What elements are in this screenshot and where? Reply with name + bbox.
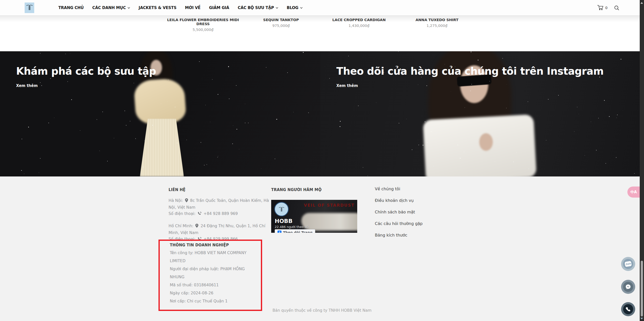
product-card: LACE CROPPED CARDIGAN 1,430,000₫	[320, 18, 398, 32]
product-grid: LEILA FLOWER EMBROIDERIES MIDI DRESS 5,5…	[164, 18, 476, 32]
product-card: LEILA FLOWER EMBROIDERIES MIDI DRESS 5,5…	[164, 18, 242, 32]
zalo-chat-button[interactable]: Zalo	[621, 257, 635, 271]
phone-icon	[197, 211, 202, 217]
logo-icon	[26, 4, 33, 12]
business-info-heading: THÔNG TIN DOANH NGHIỆP	[170, 243, 259, 247]
contact-block-hanoi: Hà Nội: 8c Trần Quốc Toản, Quận Hoàn Kiế…	[169, 198, 269, 217]
product-name-link[interactable]: LEILA FLOWER EMBROIDERIES MIDI DRESS	[164, 18, 242, 26]
link-size-chart[interactable]: Bảng kích thước	[375, 233, 423, 238]
chevron-down-icon	[276, 7, 278, 9]
see-more-link[interactable]: Xem thêm	[16, 83, 38, 88]
location-pin-icon	[195, 223, 198, 230]
promo-banners: Khám phá các bộ sưu tập Xem thêm Theo dõ…	[0, 51, 644, 176]
phone-call-icon	[626, 307, 631, 312]
copyright-text: Bản quyền thuộc về công ty TNHH HOBB Việ…	[0, 308, 644, 313]
scrollbar[interactable]	[640, 0, 644, 321]
footer: LIÊN HỆ Hà Nội: 8c Trần Quốc Toản, Quận …	[0, 176, 644, 321]
messenger-chat-button[interactable]	[621, 280, 635, 294]
search-button[interactable]	[614, 5, 619, 11]
logo-icon	[279, 206, 284, 212]
product-card: ANNA TUXEDO SHIRT 1,275,000₫	[398, 18, 476, 32]
facebook-page-widget[interactable]: VEIL OF STARDUST HOBB 22.486 người theo …	[271, 200, 357, 233]
product-price: 1,430,000₫	[320, 24, 398, 28]
nav-item-moi-ve[interactable]: MỚI VỀ	[185, 6, 200, 10]
business-representative: Người đại diện pháp luật: PHẠM HỒNG NHUN…	[170, 265, 259, 281]
fanpage-heading: TRANG NGƯỜI HÂM MỘ	[271, 188, 357, 192]
translate-icon: 中A	[630, 190, 637, 195]
location-pin-icon	[185, 198, 188, 204]
product-strip: LEILA FLOWER EMBROIDERIES MIDI DRESS 5,5…	[0, 16, 644, 51]
logo[interactable]	[25, 3, 34, 13]
footer-fanpage-column: TRANG NGƯỜI HÂM MỘ VEIL OF STARDUST HOBB…	[271, 188, 357, 233]
cart-icon	[597, 4, 603, 11]
main-nav: TRANG CHỦ CÁC DANH MỤC JACKETS & VESTS M…	[58, 0, 303, 16]
business-issue-date: Ngày cấp: 2024-08-26	[170, 289, 259, 297]
fanpage-name: HOBB	[275, 218, 293, 224]
link-faq[interactable]: Các câu hỏi thường gặp	[375, 221, 423, 226]
messenger-icon	[625, 284, 631, 290]
phone-call-button[interactable]	[621, 302, 635, 316]
cart-count: 0	[605, 6, 608, 10]
scrollbar-up-arrow[interactable]	[640, 2, 643, 4]
page: TRANG CHỦ CÁC DANH MỤC JACKETS & VESTS M…	[0, 0, 644, 321]
instagram-banner[interactable]: Theo dõi cửa hàng của chúng tôi trên Ins…	[320, 51, 644, 176]
chevron-down-icon	[300, 7, 303, 9]
product-price: 1,275,000₫	[398, 24, 476, 28]
business-info-box: THÔNG TIN DOANH NGHIỆP Tên công ty: HOBB…	[158, 240, 262, 311]
banner-title: Khám phá các bộ sưu tập	[16, 65, 156, 77]
fanpage-cover-image	[301, 213, 357, 231]
nav-item-cac-danh-muc[interactable]: CÁC DANH MỤC	[92, 6, 130, 10]
link-privacy-policy[interactable]: Chính sách bảo mật	[375, 210, 423, 214]
header-actions: 0	[597, 0, 619, 16]
footer-links-column: Về chúng tôi Điều khoản dịch vụ Chính sá…	[375, 187, 423, 244]
link-terms-of-service[interactable]: Điều khoản dịch vụ	[375, 198, 423, 203]
fanpage-cover-text: VEIL OF STARDUST	[304, 203, 355, 208]
zalo-icon: Zalo	[624, 261, 632, 267]
business-tax-code: Mã số thuế: 0318640611	[170, 281, 259, 289]
banner-title: Theo dõi cửa hàng của chúng tôi trên Ins…	[336, 65, 603, 77]
nav-item-blog[interactable]: BLOG	[287, 6, 303, 10]
follow-page-button[interactable]: f Theo dõi Trang	[275, 229, 315, 233]
product-card: SEQUIN TANKTOP 975,000₫	[242, 18, 320, 32]
nav-item-cac-bo-suu-tap[interactable]: CÁC BỘ SƯU TẬP	[238, 6, 278, 10]
fanpage-avatar	[274, 202, 289, 216]
product-name-link[interactable]: LACE CROPPED CARDIGAN	[320, 18, 398, 22]
product-price: 975,000₫	[242, 24, 320, 28]
collections-banner[interactable]: Khám phá các bộ sưu tập Xem thêm	[0, 51, 320, 176]
fanpage-followers: 22.486 người theo dõi	[275, 225, 309, 229]
contact-heading: LIÊN HỆ	[169, 188, 269, 192]
facebook-icon: f	[277, 231, 281, 233]
nav-item-trang-chu[interactable]: TRANG CHỦ	[58, 6, 84, 10]
business-company-name: Tên công ty: HOBB VIET NAM COMPANY LIMIT…	[170, 249, 259, 265]
see-more-link[interactable]: Xem thêm	[336, 83, 358, 88]
business-issue-place: Nơi cấp: Chi cục Thuế Quận 1	[170, 297, 259, 305]
nav-item-jackets-vests[interactable]: JACKETS & VESTS	[139, 6, 176, 10]
scrollbar-thumb[interactable]	[641, 261, 643, 316]
cart-button[interactable]: 0	[597, 4, 608, 11]
product-name-link[interactable]: ANNA TUXEDO SHIRT	[398, 18, 476, 22]
product-name-link[interactable]: SEQUIN TANKTOP	[242, 18, 320, 22]
scrollbar-down-arrow[interactable]	[640, 318, 643, 319]
product-price: 5,500,000₫	[164, 28, 242, 32]
header: TRANG CHỦ CÁC DANH MỤC JACKETS & VESTS M…	[0, 0, 644, 16]
search-icon	[614, 5, 619, 11]
chevron-down-icon	[128, 7, 130, 9]
nav-item-giam-gia[interactable]: GIẢM GIÁ	[209, 6, 229, 10]
link-about-us[interactable]: Về chúng tôi	[375, 187, 423, 191]
footer-contact-column: LIÊN HỆ Hà Nội: 8c Trần Quốc Toản, Quận …	[169, 188, 269, 243]
